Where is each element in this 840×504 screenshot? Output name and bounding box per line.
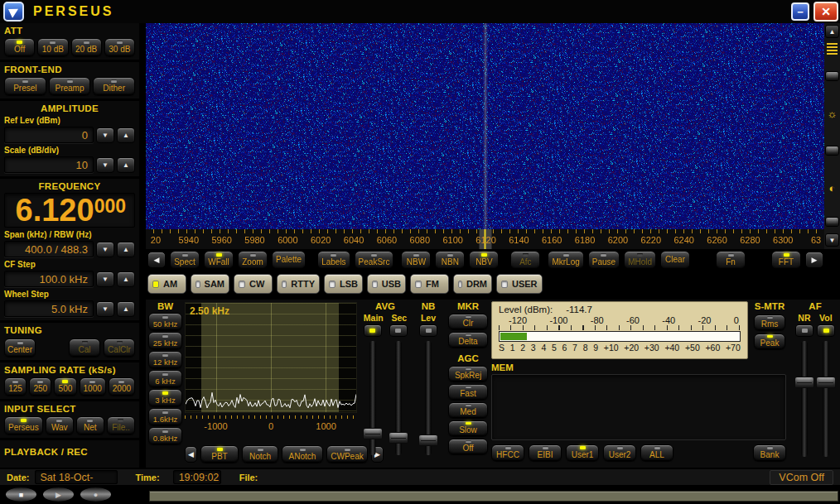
slider-thumb[interactable] bbox=[816, 377, 836, 388]
play-button[interactable]: ▶ bbox=[42, 487, 75, 502]
toolbar-left-arrow-button[interactable]: ◀ bbox=[147, 252, 166, 268]
rate-500-button[interactable]: 500 bbox=[54, 377, 76, 396]
frequency-main-digits[interactable]: 6.120 bbox=[16, 194, 94, 227]
palette-button[interactable]: Palette bbox=[272, 251, 306, 269]
nbv-button[interactable]: NBV bbox=[469, 251, 499, 269]
demod-lsb-button[interactable]: LSB bbox=[324, 274, 363, 294]
pbt-button[interactable]: PBT bbox=[200, 445, 239, 463]
slider-thumb[interactable] bbox=[418, 434, 438, 446]
demod-drm-button[interactable]: DRM bbox=[453, 274, 492, 294]
mem-all-button[interactable]: ALL bbox=[640, 444, 673, 461]
input-file-button[interactable]: File.. bbox=[107, 416, 135, 434]
bw-3khz-button[interactable]: 3 kHz bbox=[148, 389, 182, 406]
fft-button[interactable]: FFT bbox=[771, 251, 801, 269]
demod-rtty-button[interactable]: RTTY bbox=[277, 274, 320, 294]
slider-thumb[interactable] bbox=[389, 432, 408, 444]
notch-button[interactable]: Notch bbox=[242, 445, 278, 463]
nb-toggle[interactable] bbox=[419, 324, 437, 337]
afc-button[interactable]: Afc bbox=[510, 251, 540, 269]
demod-sam-button[interactable]: SAM bbox=[191, 274, 229, 294]
stop-button[interactable]: ■ bbox=[5, 487, 37, 502]
avg-sec-toggle[interactable] bbox=[389, 324, 408, 337]
wfall-button[interactable]: WFall bbox=[204, 251, 234, 269]
frequency-sub-digits[interactable]: 000 bbox=[94, 195, 126, 217]
slider-thumb[interactable] bbox=[794, 377, 814, 388]
center-button[interactable]: Center bbox=[4, 338, 36, 357]
scroll-down-button[interactable]: ▼ bbox=[825, 233, 839, 247]
bw-12khz-button[interactable]: 12 kHz bbox=[148, 351, 182, 368]
volume-slider[interactable] bbox=[816, 341, 836, 457]
span-down-button[interactable]: ▼ bbox=[96, 242, 114, 257]
slider-thumb[interactable] bbox=[363, 428, 383, 439]
rate-125-button[interactable]: 125 bbox=[4, 377, 27, 396]
agc-spkrej-button[interactable]: SpkRej bbox=[448, 366, 488, 382]
att-20db-button[interactable]: 20 dB bbox=[71, 38, 102, 56]
scale-down-button[interactable]: ▼ bbox=[96, 157, 114, 173]
demod-cw-button[interactable]: CW bbox=[234, 274, 273, 294]
smtr-rms-button[interactable]: Rms bbox=[754, 314, 785, 330]
mem-hfcc-button[interactable]: HFCC bbox=[491, 444, 524, 461]
mem-bank-button[interactable]: Bank bbox=[753, 444, 786, 461]
nbw-button[interactable]: NBW bbox=[401, 251, 431, 269]
memory-list[interactable] bbox=[491, 374, 786, 440]
vol-toggle[interactable] bbox=[817, 324, 835, 337]
bw-1-6khz-button[interactable]: 1.6kHz bbox=[148, 408, 182, 425]
spect-button[interactable]: Spect bbox=[170, 251, 200, 269]
clear-button[interactable]: Clear bbox=[660, 251, 690, 269]
agc-off-button[interactable]: Off bbox=[448, 439, 488, 454]
recording-progress-bar[interactable] bbox=[149, 491, 838, 502]
labels-button[interactable]: Labels bbox=[317, 251, 350, 269]
att-30db-button[interactable]: 30 dB bbox=[104, 38, 135, 56]
preamp-button[interactable]: Preamp bbox=[49, 77, 91, 95]
toolbar-right-arrow-button[interactable]: ▶ bbox=[805, 252, 823, 268]
avg-main-slider[interactable] bbox=[363, 341, 383, 455]
mhold-button[interactable]: MHold bbox=[624, 251, 656, 269]
wheel-step-down-button[interactable]: ▼ bbox=[96, 301, 114, 317]
zoom-button[interactable]: Zoom bbox=[238, 251, 268, 269]
avg-main-toggle[interactable] bbox=[364, 324, 382, 337]
frequency-display[interactable]: 6.120 000 bbox=[4, 193, 135, 228]
bw-25khz-button[interactable]: 25 kHz bbox=[148, 332, 182, 349]
mkr-delta-button[interactable]: Delta bbox=[448, 332, 488, 348]
bw-0-8khz-button[interactable]: 0.8kHz bbox=[148, 427, 182, 444]
mkrlog-button[interactable]: MkrLog bbox=[548, 251, 583, 269]
span-up-button[interactable]: ▲ bbox=[117, 242, 135, 257]
nbn-button[interactable]: NBN bbox=[435, 251, 465, 269]
att-off-button[interactable]: Off bbox=[4, 38, 35, 56]
demod-user-button[interactable]: USER bbox=[496, 274, 543, 294]
speed-slider-thumb[interactable] bbox=[825, 71, 839, 81]
record-button[interactable]: ● bbox=[80, 487, 112, 502]
nb-level-slider[interactable] bbox=[418, 341, 438, 455]
mem-user1-button[interactable]: User1 bbox=[566, 444, 599, 461]
avg-sec-slider[interactable] bbox=[389, 341, 408, 455]
nr-slider[interactable] bbox=[794, 341, 814, 457]
app-logo-icon[interactable] bbox=[3, 2, 24, 22]
demod-fm-button[interactable]: FM bbox=[410, 274, 449, 294]
agc-fast-button[interactable]: Fast bbox=[448, 384, 488, 400]
att-10db-button[interactable]: 10 dB bbox=[37, 38, 68, 56]
contrast-slider-thumb[interactable] bbox=[825, 217, 839, 227]
input-net-button[interactable]: Net bbox=[76, 416, 104, 434]
frequency-axis[interactable]: 2059405960598060006020604060606080610061… bbox=[146, 229, 824, 249]
ref-lev-down-button[interactable]: ▼ bbox=[96, 127, 114, 143]
cf-step-down-button[interactable]: ▼ bbox=[96, 271, 114, 287]
wheel-step-up-button[interactable]: ▲ bbox=[117, 301, 135, 317]
brightness-slider-thumb[interactable] bbox=[825, 146, 839, 156]
presel-button[interactable]: Presel bbox=[4, 77, 46, 95]
close-button[interactable]: ✕ bbox=[813, 2, 838, 22]
demod-am-button[interactable]: AM bbox=[147, 274, 186, 294]
filter-left-arrow-button[interactable]: ◀ bbox=[185, 446, 197, 463]
bw-50khz-button[interactable]: 50 kHz bbox=[148, 313, 182, 330]
rate-2000-button[interactable]: 2000 bbox=[109, 377, 135, 396]
filter-spectrum-plot[interactable]: 2.50 kHz bbox=[185, 302, 357, 413]
agc-med-button[interactable]: Med bbox=[448, 402, 488, 418]
calclr-button[interactable]: CalClr bbox=[104, 338, 135, 357]
mem-eibi-button[interactable]: EIBI bbox=[529, 444, 562, 461]
mem-user2-button[interactable]: User2 bbox=[603, 444, 636, 461]
peaksrc-button[interactable]: PeakSrc bbox=[355, 251, 394, 269]
mkr-clr-button[interactable]: Clr bbox=[448, 314, 488, 329]
ref-lev-up-button[interactable]: ▲ bbox=[117, 127, 135, 143]
input-wav-button[interactable]: Wav bbox=[46, 416, 74, 434]
input-perseus-button[interactable]: Perseus bbox=[4, 416, 43, 434]
nr-toggle[interactable] bbox=[795, 324, 813, 337]
